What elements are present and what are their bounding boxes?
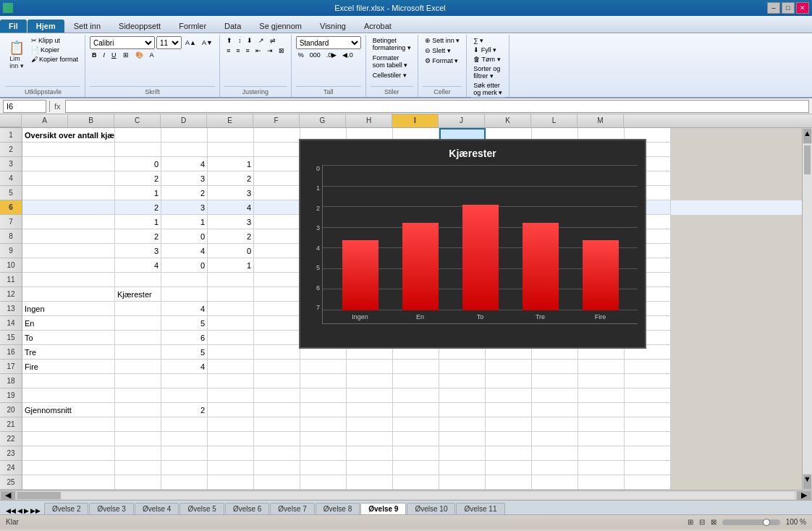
- cell-F17[interactable]: [300, 360, 347, 374]
- cell-F21[interactable]: [300, 417, 347, 432]
- col-header-G[interactable]: G: [300, 114, 346, 127]
- cell-L25[interactable]: [578, 475, 625, 490]
- cell-E10[interactable]: [254, 258, 300, 273]
- cell-J19[interactable]: [486, 388, 532, 403]
- row-num-13[interactable]: 13: [0, 302, 22, 316]
- cell-E1[interactable]: [254, 128, 300, 143]
- align-bottom-button[interactable]: ⬇: [245, 36, 255, 45]
- page-view-button[interactable]: ⊠: [711, 518, 716, 526]
- cell-C3[interactable]: 4: [161, 157, 208, 171]
- cell-D1[interactable]: [208, 128, 254, 143]
- cell-B10[interactable]: 4: [115, 258, 161, 273]
- cell-A25[interactable]: [22, 475, 115, 490]
- scroll-left-button[interactable]: ◀: [1, 491, 15, 500]
- cell-C11[interactable]: [161, 273, 208, 287]
- italic-button[interactable]: I: [101, 51, 108, 59]
- font-color-button[interactable]: A: [148, 51, 156, 59]
- cell-F22[interactable]: [300, 432, 347, 446]
- cell-C14[interactable]: 5: [161, 316, 208, 331]
- cell-F25[interactable]: [300, 475, 347, 490]
- col-header-J[interactable]: J: [439, 114, 485, 127]
- sheet-tab-ovelse4[interactable]: Øvelse 4: [135, 503, 179, 514]
- cell-A24[interactable]: [22, 461, 115, 475]
- cell-B22[interactable]: [115, 432, 161, 446]
- row-num-14[interactable]: 14: [0, 316, 22, 331]
- cell-I22[interactable]: [439, 432, 486, 446]
- cut-button[interactable]: ✂ Klipp ut: [29, 36, 80, 45]
- cell-B21[interactable]: [115, 417, 161, 432]
- cell-E14[interactable]: [254, 316, 300, 331]
- cell-I17[interactable]: [439, 360, 486, 374]
- row-num-20[interactable]: 20: [0, 403, 22, 417]
- paste-button[interactable]: 📋 Liminn ▾: [6, 36, 28, 74]
- align-right-button[interactable]: ≡: [243, 46, 251, 55]
- cell-C13[interactable]: 4: [161, 302, 208, 316]
- cell-B4[interactable]: 2: [115, 171, 161, 186]
- cell-C25[interactable]: [161, 475, 208, 490]
- cell-L23[interactable]: [578, 446, 625, 461]
- cell-M19[interactable]: [625, 388, 671, 403]
- minimize-button[interactable]: –: [767, 2, 780, 14]
- cell-B3[interactable]: 0: [115, 157, 161, 171]
- cell-A15[interactable]: To: [22, 331, 115, 345]
- sheet-tab-ovelse5[interactable]: Øvelse 5: [179, 503, 224, 514]
- cell-B7[interactable]: 1: [115, 215, 161, 229]
- cell-D9[interactable]: 0: [208, 244, 254, 258]
- cell-F23[interactable]: [300, 446, 347, 461]
- vertical-scrollbar[interactable]: ▲ ▼: [802, 128, 812, 490]
- cell-B19[interactable]: [115, 388, 161, 403]
- tab-sett-inn[interactable]: Sett inn: [65, 20, 109, 33]
- cell-J20[interactable]: [486, 403, 532, 417]
- sheet-tab-ovelse9[interactable]: Øvelse 9: [360, 503, 406, 514]
- tab-acrobat[interactable]: Acrobat: [355, 20, 400, 33]
- cell-D16[interactable]: [208, 345, 254, 360]
- tab-fil[interactable]: Fil: [0, 20, 27, 33]
- format-cells-button[interactable]: ⚙ Format ▾: [423, 56, 461, 65]
- cell-B15[interactable]: [115, 331, 161, 345]
- cell-B9[interactable]: 3: [115, 244, 161, 258]
- cell-C6[interactable]: 3: [161, 200, 208, 215]
- cell-A10[interactable]: [22, 258, 115, 273]
- cell-C19[interactable]: [161, 388, 208, 403]
- cell-G19[interactable]: [347, 388, 393, 403]
- cell-G22[interactable]: [347, 432, 393, 446]
- cell-D22[interactable]: [208, 432, 254, 446]
- cell-E13[interactable]: [254, 302, 300, 316]
- cell-E19[interactable]: [254, 388, 300, 403]
- cell-C22[interactable]: [161, 432, 208, 446]
- cell-H20[interactable]: [393, 403, 439, 417]
- cell-E11[interactable]: [254, 273, 300, 287]
- cell-F19[interactable]: [300, 388, 347, 403]
- cell-F20[interactable]: [300, 403, 347, 417]
- tab-formler[interactable]: Formler: [170, 20, 215, 33]
- cell-H17[interactable]: [393, 360, 439, 374]
- h-scroll-track[interactable]: [17, 492, 795, 499]
- cell-D14[interactable]: [208, 316, 254, 331]
- cell-K24[interactable]: [532, 461, 578, 475]
- cell-G24[interactable]: [347, 461, 393, 475]
- cell-J23[interactable]: [486, 446, 532, 461]
- format-as-table-button[interactable]: Formatersom tabell ▾: [371, 54, 410, 69]
- clear-button[interactable]: 🗑 Tøm ▾: [471, 55, 502, 64]
- sheet-forward-button[interactable]: ▶: [24, 507, 29, 514]
- cell-E2[interactable]: [254, 143, 300, 157]
- cell-M20[interactable]: [625, 403, 671, 417]
- cell-A11[interactable]: [22, 273, 115, 287]
- scroll-track[interactable]: [803, 144, 812, 474]
- cell-G23[interactable]: [347, 446, 393, 461]
- sheet-prev-button[interactable]: ◀◀: [6, 507, 16, 514]
- number-format-select[interactable]: Standard: [296, 36, 361, 49]
- cell-J24[interactable]: [486, 461, 532, 475]
- close-button[interactable]: ✕: [796, 2, 809, 14]
- font-family-select[interactable]: Calibri: [90, 36, 155, 49]
- indent-less-button[interactable]: ⇤: [253, 46, 263, 55]
- underline-button[interactable]: U: [109, 51, 119, 59]
- decrease-font-button[interactable]: A▼: [200, 38, 215, 47]
- page-break-button[interactable]: ⊟: [699, 518, 705, 526]
- cell-D20[interactable]: [208, 403, 254, 417]
- tab-hjem[interactable]: Hjem: [28, 20, 64, 33]
- cell-F24[interactable]: [300, 461, 347, 475]
- cell-A21[interactable]: [22, 417, 115, 432]
- cell-A5[interactable]: [22, 186, 115, 200]
- page-layout-button[interactable]: ⊞: [688, 518, 693, 526]
